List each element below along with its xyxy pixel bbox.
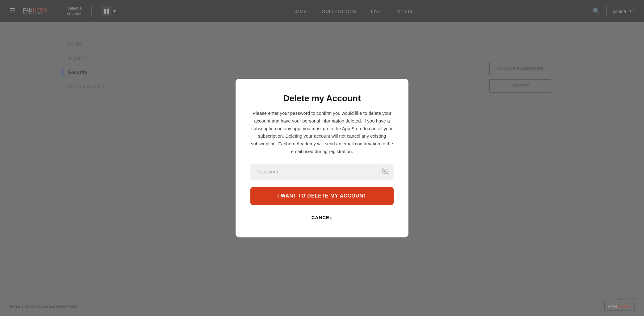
modal-description: Please enter your password to confirm yo… [250, 110, 394, 156]
password-input[interactable] [250, 164, 394, 180]
modal-title: Delete my Account [250, 94, 394, 103]
cancel-button[interactable]: CANCEL [250, 210, 394, 225]
toggle-password-icon[interactable] [382, 168, 389, 176]
password-field-wrapper [250, 164, 394, 180]
confirm-delete-button[interactable]: I WANT TO DELETE MY ACCOUNT [250, 187, 394, 205]
delete-account-modal: Delete my Account Please enter your pass… [236, 79, 408, 237]
